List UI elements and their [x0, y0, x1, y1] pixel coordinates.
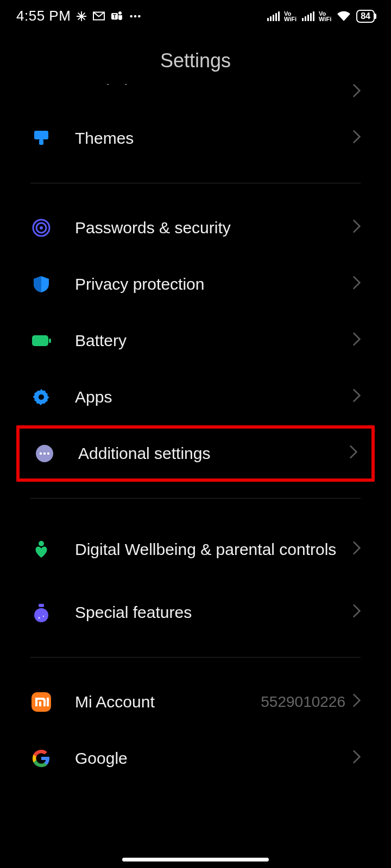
- settings-item-wallpaper[interactable]: Wallpaper: [0, 84, 391, 110]
- settings-item-apps[interactable]: Apps: [0, 369, 391, 425]
- svg-point-11: [40, 226, 43, 229]
- chevron-right-icon: [353, 694, 361, 710]
- settings-item-label: Battery: [75, 330, 353, 351]
- vowifi-label-2: VoWiFi: [319, 11, 331, 22]
- settings-item-label: Google: [75, 748, 353, 769]
- svg-point-23: [43, 616, 45, 617]
- svg-point-21: [34, 608, 48, 622]
- svg-point-22: [38, 617, 40, 619]
- chevron-right-icon: [353, 604, 361, 621]
- svg-point-17: [43, 452, 46, 455]
- gear-icon: [30, 386, 52, 408]
- svg-point-2: [118, 11, 122, 15]
- battery-icon: [30, 330, 52, 352]
- settings-item-miaccount[interactable]: Mi Account 5529010226: [0, 674, 391, 730]
- settings-item-label: Themes: [75, 128, 353, 149]
- settings-item-label: Special features: [75, 602, 353, 623]
- chevron-right-icon: [353, 333, 361, 349]
- status-bar: 4:55 PM T VoWiFi VoWiFi 84: [0, 0, 391, 30]
- signal-icon: [267, 11, 280, 21]
- themes-icon: [30, 127, 52, 149]
- status-time: 4:55 PM: [16, 8, 71, 24]
- chevron-right-icon: [353, 84, 361, 100]
- settings-item-additional[interactable]: Additional settings: [20, 429, 371, 478]
- vowifi-label: VoWiFi: [284, 11, 297, 22]
- status-right: VoWiFi VoWiFi 84: [267, 10, 375, 23]
- chevron-right-icon: [353, 389, 361, 405]
- divider: [30, 657, 361, 658]
- svg-rect-8: [39, 139, 43, 145]
- svg-text:T: T: [113, 13, 116, 19]
- teams-icon: T: [111, 10, 124, 22]
- svg-rect-13: [49, 339, 51, 343]
- fingerprint-icon: [30, 217, 52, 239]
- gmail-icon: [92, 11, 105, 21]
- page-title: Settings: [0, 49, 391, 72]
- settings-item-passwords[interactable]: Passwords & security: [0, 200, 391, 256]
- battery-indicator: 84: [356, 10, 375, 23]
- status-left: 4:55 PM T: [16, 8, 141, 24]
- more-icon: [129, 14, 141, 18]
- chevron-right-icon: [350, 445, 357, 462]
- svg-point-18: [47, 452, 49, 455]
- miaccount-value: 5529010226: [261, 693, 345, 711]
- page-header: Settings: [0, 30, 391, 84]
- person-heart-icon: [30, 539, 52, 560]
- wifi-icon: [337, 11, 351, 22]
- chevron-right-icon: [353, 750, 361, 767]
- settings-item-themes[interactable]: Themes: [0, 110, 391, 167]
- shield-icon: [30, 273, 52, 295]
- settings-item-privacy[interactable]: Privacy protection: [0, 256, 391, 312]
- settings-item-special[interactable]: Special features: [0, 584, 391, 641]
- svg-point-4: [134, 15, 137, 17]
- settings-item-label: Apps: [75, 387, 353, 407]
- flask-icon: [30, 602, 52, 623]
- settings-item-label: Passwords & security: [75, 218, 353, 238]
- settings-item-label: Privacy protection: [75, 274, 353, 295]
- more-horizontal-icon: [34, 443, 55, 464]
- slack-icon: [76, 11, 87, 22]
- svg-point-3: [130, 15, 133, 17]
- settings-item-battery[interactable]: Battery: [0, 312, 391, 369]
- svg-point-16: [40, 452, 42, 455]
- settings-item-label: Digital Wellbeing & parental controls: [75, 539, 353, 560]
- svg-point-14: [39, 394, 44, 400]
- google-logo-icon: [30, 748, 52, 769]
- settings-list[interactable]: Wallpaper Themes Passwords & security Pr…: [0, 84, 391, 787]
- svg-point-5: [138, 15, 141, 17]
- chevron-right-icon: [353, 220, 361, 236]
- divider: [30, 183, 361, 183]
- chevron-right-icon: [353, 130, 361, 146]
- divider: [30, 498, 361, 499]
- svg-rect-20: [39, 604, 44, 607]
- svg-rect-7: [34, 131, 48, 139]
- settings-item-label: Wallpaper: [75, 84, 353, 86]
- settings-item-google[interactable]: Google: [0, 730, 391, 787]
- chevron-right-icon: [353, 541, 361, 558]
- settings-item-label: Mi Account: [75, 692, 261, 712]
- highlight-box: Additional settings: [16, 425, 375, 482]
- home-indicator[interactable]: [122, 858, 269, 861]
- svg-rect-25: [39, 701, 41, 706]
- chevron-right-icon: [353, 276, 361, 292]
- svg-rect-12: [32, 335, 48, 346]
- mi-logo-icon: [30, 691, 52, 713]
- settings-item-label: Additional settings: [78, 443, 350, 464]
- wallpaper-icon: [30, 84, 52, 87]
- settings-item-wellbeing[interactable]: Digital Wellbeing & parental controls: [0, 515, 391, 584]
- svg-point-19: [39, 541, 44, 546]
- signal-icon-2: [302, 11, 314, 21]
